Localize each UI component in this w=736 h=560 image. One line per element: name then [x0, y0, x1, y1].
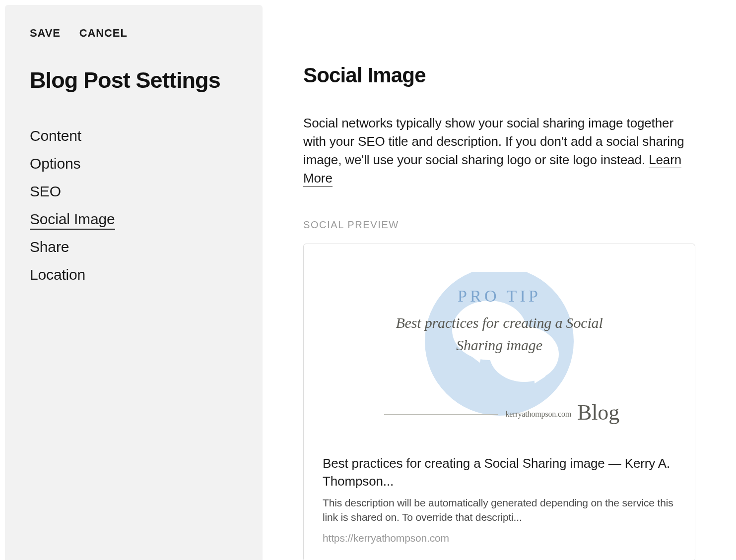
preview-image-footer: kerryathompson.com Blog: [375, 404, 623, 424]
preview-meta: Best practices for creating a Social Sha…: [304, 439, 695, 560]
footer-domain: kerryathompson.com: [505, 410, 571, 419]
nav-item-options[interactable]: Options: [30, 150, 238, 178]
nav-item-label: Social Image: [30, 211, 115, 230]
social-preview-card[interactable]: PRO TIP Best practices for creating a So…: [303, 244, 695, 560]
settings-dialog: SAVE CANCEL Blog Post Settings Content O…: [0, 0, 736, 560]
nav-item-share[interactable]: Share: [30, 233, 238, 261]
preview-url: https://kerryathompson.com: [323, 532, 676, 544]
cancel-button[interactable]: CANCEL: [79, 27, 128, 40]
sidebar-nav: Content Options SEO Social Image Share L…: [30, 122, 238, 289]
preview-image-area: PRO TIP Best practices for creating a So…: [304, 244, 695, 439]
main-heading: Social Image: [303, 63, 695, 87]
nav-item-label: SEO: [30, 183, 61, 199]
nav-item-label: Share: [30, 239, 69, 255]
nav-item-label: Options: [30, 155, 80, 172]
footer-blog-word: Blog: [577, 404, 619, 424]
main-panel: Social Image Social networks typically s…: [263, 0, 736, 560]
nav-item-seo[interactable]: SEO: [30, 178, 238, 205]
nav-item-label: Content: [30, 127, 81, 144]
sidebar-actions: SAVE CANCEL: [30, 27, 238, 40]
preview-description: This description will be automatically g…: [323, 496, 676, 524]
description-text: Social networks typically show your soci…: [303, 116, 684, 167]
save-button[interactable]: SAVE: [30, 27, 61, 40]
section-label: SOCIAL PREVIEW: [303, 219, 695, 231]
sidebar-title: Blog Post Settings: [30, 67, 238, 93]
preview-image: PRO TIP Best practices for creating a So…: [375, 272, 623, 431]
preview-image-line: Best practices for creating a Social Sha…: [375, 311, 623, 356]
footer-rule: [384, 414, 498, 415]
nav-item-social-image[interactable]: Social Image: [30, 205, 238, 233]
nav-item-location[interactable]: Location: [30, 261, 238, 289]
preview-image-text: PRO TIP Best practices for creating a So…: [375, 272, 623, 356]
preview-title: Best practices for creating a Social Sha…: [323, 454, 676, 491]
preview-badge: PRO TIP: [375, 287, 623, 306]
nav-item-content[interactable]: Content: [30, 122, 238, 150]
sidebar: SAVE CANCEL Blog Post Settings Content O…: [5, 5, 263, 560]
nav-item-label: Location: [30, 266, 85, 283]
main-description: Social networks typically show your soci…: [303, 114, 685, 187]
